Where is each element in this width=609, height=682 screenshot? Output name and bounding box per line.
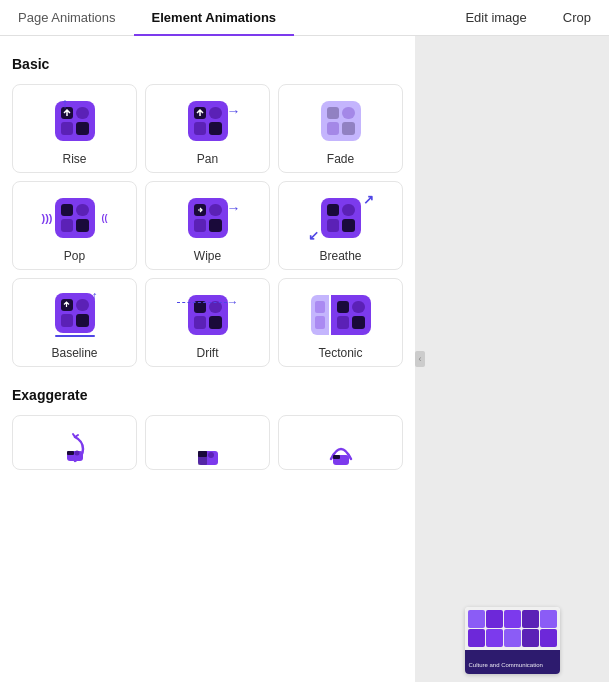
breathe-label: Breathe (319, 249, 361, 263)
pan-icon-container: → (173, 93, 243, 148)
animation-exag3[interactable] (278, 415, 403, 470)
baseline-icon (55, 293, 95, 333)
tectonic-label: Tectonic (318, 346, 362, 360)
fade-icon (321, 101, 361, 141)
scroll-left-indicator[interactable]: ‹ (415, 351, 425, 367)
breathe-arrow-tr-icon: ↗ (363, 192, 374, 207)
animation-exag2[interactable] (145, 415, 270, 470)
animation-pan[interactable]: → Pan (145, 84, 270, 173)
pan-arrow-icon: → (227, 103, 241, 119)
tab-edit-image[interactable]: Edit image (447, 10, 544, 27)
exag2-icon (188, 429, 228, 469)
animation-drift[interactable]: → Drift (145, 278, 270, 367)
breathe-icon (321, 198, 361, 238)
pan-icon (188, 101, 228, 141)
tectonic-icon (331, 295, 371, 335)
animation-baseline[interactable]: ↑ Baseline (12, 278, 137, 367)
top-nav-right-tabs: Edit image Crop (447, 0, 609, 35)
rise-icon (55, 101, 95, 141)
baseline-icon-container: ↑ (40, 287, 110, 342)
svg-rect-8 (333, 455, 340, 459)
tectonic-icon-container (306, 287, 376, 342)
pop-wave-right-icon: (( (102, 213, 108, 223)
section-exaggerate-heading: Exaggerate (12, 387, 403, 403)
wipe-label: Wipe (194, 249, 221, 263)
rise-arrow-icon: ↑ (62, 95, 69, 111)
fade-icon-container (306, 93, 376, 148)
drift-label: Drift (197, 346, 219, 360)
animation-breathe[interactable]: ↗ ↙ Breathe (278, 181, 403, 270)
section-basic-heading: Basic (12, 56, 403, 72)
rise-label: Rise (62, 152, 86, 166)
pop-wave-left-icon: ))) (42, 212, 53, 224)
main-area: Basic ↑ Rise (0, 36, 609, 682)
animation-wipe[interactable]: → Wipe (145, 181, 270, 270)
preview-label: Culture and Communication (465, 650, 560, 674)
tab-element-animations[interactable]: Element Animations (134, 1, 294, 36)
animation-exag1[interactable] (12, 415, 137, 470)
pop-icon-container: ))) (( (40, 190, 110, 245)
pop-label: Pop (64, 249, 85, 263)
fade-label: Fade (327, 152, 354, 166)
baseline-label: Baseline (51, 346, 97, 360)
breathe-arrow-bl-icon: ↙ (308, 228, 319, 243)
tab-page-animations[interactable]: Page Animations (0, 1, 134, 36)
top-nav: Page Animations Element Animations Edit … (0, 0, 609, 36)
animation-rise[interactable]: ↑ Rise (12, 84, 137, 173)
pop-icon (55, 198, 95, 238)
left-panel: Basic ↑ Rise (0, 36, 415, 682)
basic-animation-grid: ↑ Rise → (12, 84, 403, 367)
right-panel: ‹ Culture and Communication (415, 36, 609, 682)
pan-label: Pan (197, 152, 218, 166)
exaggerate-animation-grid (12, 415, 403, 470)
tab-crop[interactable]: Crop (545, 10, 609, 27)
exag1-icon (55, 429, 95, 469)
svg-rect-6 (198, 451, 207, 465)
preview-thumbnail: Culture and Communication (465, 607, 560, 674)
svg-rect-1 (67, 451, 74, 455)
breathe-icon-container: ↗ ↙ (306, 190, 376, 245)
exag3-icon (321, 429, 361, 469)
drift-icon-container: → (173, 287, 243, 342)
wipe-arrow-icon: → (227, 200, 241, 216)
svg-point-5 (208, 452, 214, 458)
wipe-icon (188, 198, 228, 238)
animation-fade[interactable]: Fade (278, 84, 403, 173)
animation-tectonic[interactable]: Tectonic (278, 278, 403, 367)
wipe-icon-container: → (173, 190, 243, 245)
svg-point-2 (74, 451, 79, 456)
rise-icon-container: ↑ (40, 93, 110, 148)
animation-pop[interactable]: ))) (( Pop (12, 181, 137, 270)
